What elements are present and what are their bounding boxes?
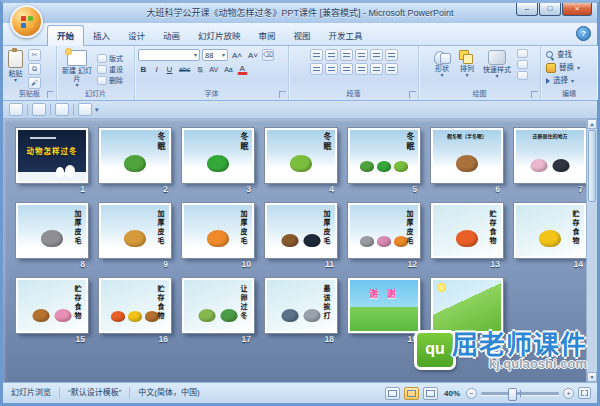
slide-thumbnail-11[interactable]: 加厚皮毛 <box>265 203 337 258</box>
qat-overflow-button[interactable]: ▾ <box>95 106 99 114</box>
tab-插入[interactable]: 插入 <box>84 26 119 45</box>
zoom-level[interactable]: 40% <box>442 389 462 398</box>
qat-button-1[interactable] <box>9 103 23 116</box>
scroll-down-icon[interactable]: ▼ <box>587 372 597 382</box>
underline-button[interactable]: U <box>164 63 175 75</box>
dialog-launcher-icon[interactable] <box>409 91 416 98</box>
shrink-font-button[interactable]: A˅ <box>246 49 260 61</box>
slide-thumbnail-6[interactable]: 假冬眠（半冬眠） <box>431 128 503 183</box>
new-slide-button[interactable]: 新建 幻灯片 ▾ <box>60 49 94 89</box>
quick-styles-button[interactable]: 快速样式 ▾ <box>481 49 513 80</box>
zoom-slider[interactable] <box>481 392 559 395</box>
smartart-convert-button[interactable] <box>385 63 398 75</box>
dialog-launcher-icon[interactable] <box>279 91 286 98</box>
vertical-scrollbar[interactable]: ▲ ▼ <box>586 119 597 382</box>
delete-button[interactable]: 删除 <box>97 76 123 85</box>
tab-动画[interactable]: 动画 <box>154 26 189 45</box>
align-left-button[interactable] <box>310 63 323 75</box>
format-painter-button[interactable]: 🖌 <box>28 77 41 89</box>
increase-indent-button[interactable] <box>355 49 368 61</box>
text-direction-button[interactable] <box>385 49 398 61</box>
scroll-up-icon[interactable]: ▲ <box>587 119 597 129</box>
tab-视图[interactable]: 视图 <box>285 26 320 45</box>
clear-formatting-button[interactable]: ⌫ <box>262 49 274 61</box>
bullets-button[interactable] <box>310 49 323 61</box>
decrease-indent-button[interactable] <box>340 49 353 61</box>
replace-button[interactable]: 替换▾ <box>546 62 594 74</box>
slide-sorter-view-button[interactable] <box>404 387 419 400</box>
slide-thumbnail-18[interactable]: 最该挨打 <box>265 278 337 333</box>
find-button[interactable]: 查找 <box>546 49 594 61</box>
dialog-launcher-icon[interactable] <box>47 91 54 98</box>
strikethrough-button[interactable]: abc <box>177 63 192 75</box>
shape-fill-button[interactable] <box>517 49 528 58</box>
select-button[interactable]: 选择▾ <box>546 75 594 87</box>
italic-button[interactable]: I <box>151 63 162 75</box>
qat-button-2[interactable] <box>32 103 46 116</box>
dialog-launcher-icon[interactable] <box>531 91 538 98</box>
text-shadow-button[interactable]: S <box>194 63 205 75</box>
tab-设计[interactable]: 设计 <box>119 26 154 45</box>
numbering-button[interactable] <box>325 49 338 61</box>
slide-thumbnail-2[interactable]: 冬眠 <box>99 128 171 183</box>
justify-button[interactable] <box>355 63 368 75</box>
qat-button-4[interactable] <box>78 103 92 116</box>
font-size-combobox[interactable]: 88▾ <box>202 49 228 61</box>
slide-thumbnail-10[interactable]: 加厚皮毛 <box>182 203 254 258</box>
language-status[interactable]: 中文(简体，中国) <box>130 387 207 399</box>
slide-thumbnail-17[interactable]: 让卵过冬 <box>182 278 254 333</box>
slide-thumbnail-19[interactable]: 谢 谢 <box>348 278 420 333</box>
slide-thumbnail-5[interactable]: 冬眠 <box>348 128 420 183</box>
close-button[interactable]: × <box>562 3 592 16</box>
zoom-in-button[interactable]: + <box>563 388 574 399</box>
grow-font-button[interactable]: A˄ <box>230 49 244 61</box>
slide-thumbnail-12[interactable]: 加厚皮毛 <box>348 203 420 258</box>
paste-button[interactable]: 粘贴 ▾ <box>6 49 25 89</box>
shape-outline-button[interactable] <box>517 60 528 69</box>
columns-button[interactable] <box>370 63 383 75</box>
slide-thumbnail-3[interactable]: 冬眠 <box>182 128 254 183</box>
design-template-status[interactable]: “默认设计模板” <box>60 387 130 399</box>
normal-view-button[interactable] <box>385 387 400 400</box>
maximize-button[interactable]: □ <box>539 3 561 16</box>
slide-thumbnail-20[interactable] <box>431 278 503 333</box>
change-case-button[interactable]: Aa <box>222 63 235 75</box>
slide-thumbnail-14[interactable]: 贮存食物 <box>514 203 586 258</box>
slide-thumbnail-16[interactable]: 贮存食物 <box>99 278 171 333</box>
slide-thumbnail-7[interactable]: 迁移居住的地方 <box>514 128 586 183</box>
office-button[interactable] <box>10 5 43 38</box>
slideshow-view-button[interactable] <box>423 387 438 400</box>
minimize-button[interactable]: – <box>516 3 538 16</box>
slide-title: 动物怎样过冬 <box>18 145 86 156</box>
tab-开发工具[interactable]: 开发工具 <box>320 26 372 45</box>
slide-thumbnail-4[interactable]: 冬眠 <box>265 128 337 183</box>
slide-thumbnail-9[interactable]: 加厚皮毛 <box>99 203 171 258</box>
layout-button[interactable]: 版式 <box>97 54 123 63</box>
zoom-slider-thumb[interactable] <box>508 388 517 401</box>
copy-button[interactable]: ⧉ <box>28 63 41 75</box>
help-icon[interactable]: ? <box>576 26 591 41</box>
tab-幻灯片放映[interactable]: 幻灯片放映 <box>189 26 250 45</box>
shapes-button[interactable]: 形状 ▾ <box>431 49 453 79</box>
line-spacing-button[interactable] <box>370 49 383 61</box>
arrange-button[interactable]: 排列 ▾ <box>457 49 477 79</box>
align-center-button[interactable] <box>325 63 338 75</box>
slide-thumbnail-1[interactable]: 动物怎样过冬 <box>16 128 88 183</box>
align-right-button[interactable] <box>340 63 353 75</box>
bold-button[interactable]: B <box>138 63 149 75</box>
font-color-button[interactable]: A <box>237 63 248 75</box>
zoom-out-button[interactable]: − <box>466 388 477 399</box>
reset-button[interactable]: 重设 <box>97 65 123 74</box>
qat-button-3[interactable] <box>55 103 69 116</box>
tab-开始[interactable]: 开始 <box>47 25 84 46</box>
character-spacing-button[interactable]: AV <box>207 63 220 75</box>
font-name-combobox[interactable]: ▾ <box>138 49 200 61</box>
fit-to-window-button[interactable] <box>578 387 591 399</box>
shape-effects-button[interactable] <box>517 71 528 80</box>
scrollbar-thumb[interactable] <box>588 130 596 202</box>
slide-thumbnail-15[interactable]: 贮存食物 <box>16 278 88 333</box>
tab-审阅[interactable]: 审阅 <box>250 26 285 45</box>
slide-thumbnail-8[interactable]: 加厚皮毛 <box>16 203 88 258</box>
slide-thumbnail-13[interactable]: 贮存食物 <box>431 203 503 258</box>
cut-button[interactable]: ✂ <box>28 49 41 61</box>
